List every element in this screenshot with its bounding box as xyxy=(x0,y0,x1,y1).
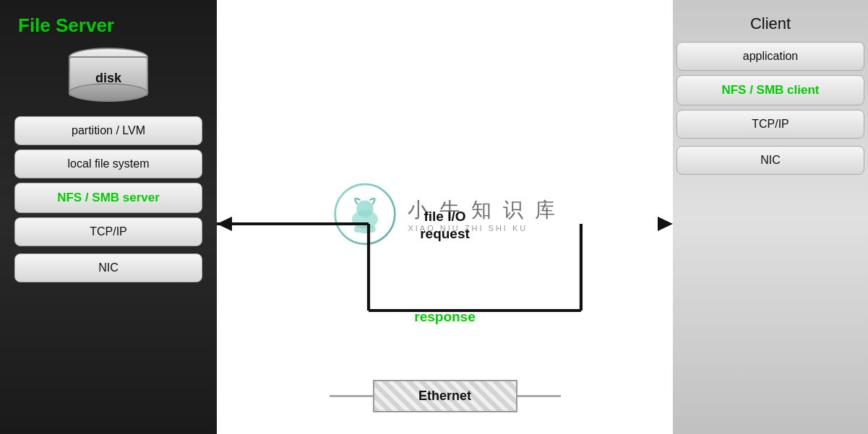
server-box-partition: partition / LVM xyxy=(14,116,202,145)
middle-area: 小 牛 知 识 库 XIAO NIU ZHI SHI KU xyxy=(217,0,673,434)
client-box-tcpip: TCP/IP xyxy=(676,110,864,139)
server-box-tcpip: TCP/IP xyxy=(14,217,202,246)
main-container: File Server disk partition / LVM local f… xyxy=(0,0,868,434)
svg-point-2 xyxy=(356,200,373,217)
svg-marker-7 xyxy=(217,217,232,231)
client-box-application: application xyxy=(676,42,864,71)
disk-icon: disk xyxy=(69,48,148,102)
server-box-nic: NIC xyxy=(14,253,202,282)
server-box-nfs-smb: NFS / SMB server xyxy=(14,183,202,213)
ethernet-container: Ethernet xyxy=(330,380,561,412)
nic-left-line xyxy=(330,395,373,397)
client-box-nfs-smb: NFS / SMB client xyxy=(676,75,864,105)
disk-container: disk xyxy=(69,48,148,102)
request-label: file I/O request xyxy=(420,208,470,243)
nic-right-line xyxy=(517,395,561,397)
client-box-nic: NIC xyxy=(676,146,864,175)
client-panel: Client application NFS / SMB client TCP/… xyxy=(673,0,868,434)
response-label: response xyxy=(414,309,475,325)
watermark-logo-icon xyxy=(332,181,397,246)
disk-label: disk xyxy=(95,71,121,86)
client-title: Client xyxy=(750,14,791,33)
server-box-localfs: local file system xyxy=(14,149,202,178)
file-server-panel: File Server disk partition / LVM local f… xyxy=(0,0,217,434)
ethernet-bar: Ethernet xyxy=(373,380,517,412)
file-server-title: File Server xyxy=(11,14,114,37)
svg-marker-8 xyxy=(658,217,673,231)
